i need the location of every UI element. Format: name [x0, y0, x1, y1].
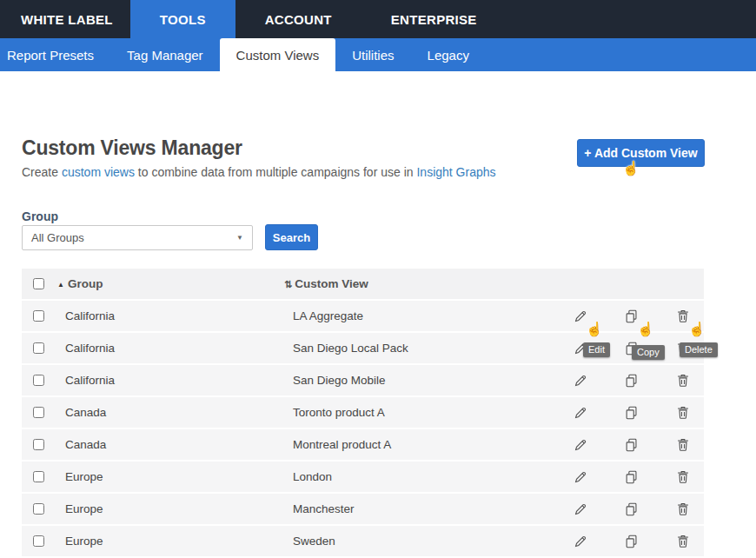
copy-icon [624, 469, 640, 485]
sort-ascending-icon: ▲ [57, 281, 64, 289]
row-checkbox[interactable] [33, 471, 44, 482]
edit-button[interactable] [572, 404, 589, 422]
page-subtitle: Create custom views to combine data from… [22, 165, 496, 179]
delete-button[interactable] [674, 404, 692, 422]
edit-button[interactable] [572, 308, 589, 325]
copy-icon [624, 437, 640, 453]
pencil-icon [573, 502, 588, 517]
row-group: Europe [55, 502, 282, 515]
custom-views-table: ▲Group ⇅Custom View California LA Aggreg… [22, 269, 704, 558]
row-checkbox-cell [22, 407, 55, 418]
trash-icon [675, 437, 691, 453]
edit-button[interactable] [572, 372, 589, 389]
row-checkbox[interactable] [33, 310, 44, 322]
row-group: Canada [55, 406, 282, 419]
pencil-icon [573, 373, 588, 389]
row-group: Europe [55, 535, 282, 548]
row-group: California [55, 342, 282, 355]
trash-icon [675, 534, 691, 549]
row-checkbox[interactable] [33, 535, 44, 547]
row-actions [552, 501, 704, 518]
custom-views-link[interactable]: custom views [62, 165, 135, 179]
row-group: Canada [55, 438, 282, 451]
pencil-icon [573, 309, 588, 324]
copy-button[interactable] [623, 308, 640, 325]
subtitle-text: Create [22, 165, 62, 179]
delete-button[interactable] [674, 468, 692, 486]
row-checkbox-cell [22, 439, 55, 450]
row-checkbox[interactable] [33, 407, 44, 418]
copy-button[interactable] [623, 533, 640, 550]
table-header-row: ▲Group ⇅Custom View [22, 269, 704, 299]
row-group: California [55, 374, 282, 387]
subnav-item-utilities[interactable]: Utilities [335, 38, 410, 71]
row-checkbox[interactable] [33, 503, 44, 515]
row-custom-view: LA Aggregate [282, 309, 552, 322]
pencil-icon [573, 469, 588, 485]
table-row: California LA Aggregate [22, 301, 704, 331]
delete-button[interactable] [674, 501, 692, 518]
pencil-icon [573, 534, 588, 549]
edit-button[interactable] [572, 501, 589, 518]
row-custom-view: San Diego Mobile [282, 374, 552, 387]
insight-graphs-link[interactable]: Insight Graphs [416, 165, 495, 179]
row-custom-view: London [282, 470, 552, 483]
copy-button[interactable] [623, 404, 640, 422]
edit-button[interactable] [572, 436, 589, 454]
header-group[interactable]: ▲Group [55, 277, 282, 290]
chevron-down-icon: ▼ [236, 234, 243, 242]
delete-button[interactable] [674, 533, 692, 550]
sort-both-icon: ⇅ [284, 279, 292, 289]
delete-button[interactable] [674, 308, 692, 325]
copy-button[interactable] [623, 436, 640, 454]
copy-icon [624, 373, 640, 389]
trash-icon [675, 373, 691, 389]
header-custom-view[interactable]: ⇅Custom View [282, 277, 552, 290]
row-custom-view: Manchester [282, 502, 552, 515]
topnav-item-account[interactable]: ACCOUNT [235, 0, 361, 38]
delete-button[interactable] [674, 436, 692, 454]
select-all-checkbox[interactable] [33, 278, 44, 289]
subnav-item-tag-manager[interactable]: Tag Manager [110, 38, 220, 71]
subnav-item-custom-views[interactable]: Custom Views [220, 38, 336, 71]
row-checkbox[interactable] [33, 375, 44, 386]
edit-tooltip: Edit [583, 342, 610, 357]
header-group-label: Group [68, 277, 103, 290]
topnav-item-tools[interactable]: TOOLS [130, 0, 235, 38]
copy-tooltip: Copy [632, 345, 665, 360]
add-custom-view-button[interactable]: + Add Custom View [577, 139, 705, 167]
row-checkbox-cell [22, 342, 55, 354]
row-checkbox[interactable] [33, 439, 44, 450]
group-select[interactable]: All Groups ▼ [22, 225, 253, 250]
copy-icon [624, 405, 640, 421]
subnav-item-legacy[interactable]: Legacy [411, 38, 486, 71]
copy-icon [624, 534, 640, 549]
trash-icon [675, 405, 691, 421]
sub-nav: Report Presets Tag Manager Custom Views … [0, 38, 756, 71]
search-button[interactable]: Search [265, 224, 318, 250]
copy-button[interactable] [623, 468, 640, 486]
pencil-icon [573, 405, 588, 421]
edit-button[interactable] [572, 468, 589, 486]
row-custom-view: Montreal product A [282, 438, 552, 451]
delete-button[interactable] [674, 372, 692, 389]
row-actions [552, 468, 704, 486]
table-row: Canada Montreal product A [22, 429, 704, 460]
copy-button[interactable] [623, 501, 640, 518]
row-custom-view: San Diego Local Pack [282, 342, 552, 355]
table-row: Europe London [22, 462, 704, 492]
table-row: Europe Manchester [22, 494, 704, 524]
table-row: California San Diego Mobile [22, 365, 704, 395]
copy-button[interactable] [623, 372, 640, 389]
row-checkbox[interactable] [33, 342, 44, 354]
edit-button[interactable] [572, 533, 589, 550]
row-custom-view: Sweden [282, 535, 552, 548]
topnav-item-enterprise[interactable]: ENTERPRISE [361, 0, 507, 38]
topnav-item-white-label[interactable]: WHITE LABEL [0, 0, 130, 38]
trash-icon [675, 309, 691, 324]
row-actions [552, 436, 704, 454]
group-filter-label: Group [22, 209, 58, 223]
row-checkbox-cell [22, 310, 55, 322]
row-checkbox-cell [22, 375, 55, 386]
subnav-item-report-presets[interactable]: Report Presets [0, 38, 110, 71]
